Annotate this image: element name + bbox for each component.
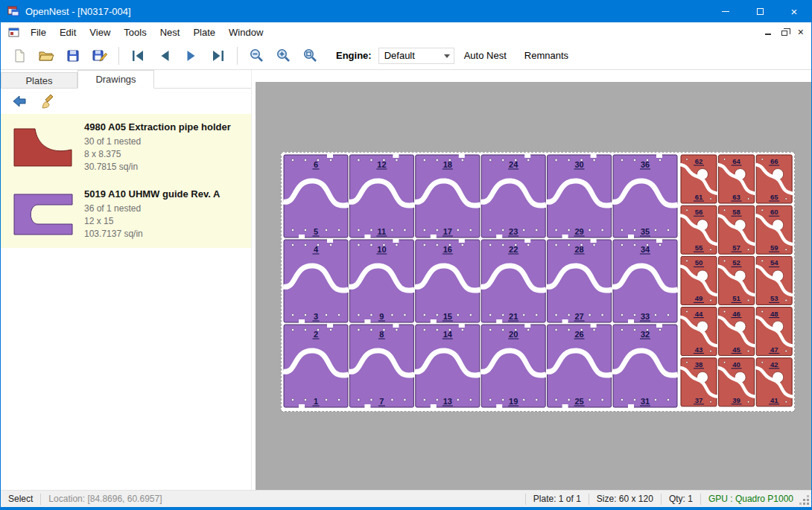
menu-item-nest[interactable]: Nest <box>153 24 187 41</box>
menu-item-view[interactable]: View <box>83 24 117 41</box>
maximize-button[interactable] <box>743 0 777 22</box>
save-button[interactable] <box>60 45 86 67</box>
save-as-button[interactable] <box>87 45 112 67</box>
menu-item-tools[interactable]: Tools <box>117 24 153 41</box>
svg-text:58: 58 <box>732 208 740 216</box>
svg-text:14: 14 <box>443 330 453 339</box>
window-bottom-border <box>1 507 811 510</box>
parts-list: 4980 A05 Extraction pipe holder 30 of 1 … <box>1 114 251 248</box>
svg-text:55: 55 <box>695 243 703 252</box>
svg-text:20: 20 <box>509 330 518 339</box>
zoom-out-button[interactable] <box>244 45 269 67</box>
minimize-button[interactable] <box>708 0 743 22</box>
menu-item-plate[interactable]: Plate <box>186 24 222 41</box>
svg-text:21: 21 <box>509 312 518 321</box>
send-back-button[interactable] <box>8 91 31 112</box>
svg-text:47: 47 <box>770 345 778 354</box>
svg-text:51: 51 <box>732 294 740 302</box>
zoom-in-button[interactable] <box>270 45 296 67</box>
new-button[interactable] <box>7 45 32 67</box>
tab-drawings[interactable]: Drawings <box>77 70 154 89</box>
zoom-out-icon <box>249 48 264 63</box>
svg-text:11: 11 <box>378 227 387 236</box>
svg-text:10: 10 <box>377 245 386 254</box>
nav-prev-button[interactable] <box>152 45 177 67</box>
svg-text:38: 38 <box>695 360 703 369</box>
toolbar: Engine: Default Auto Nest Remnants <box>1 42 811 70</box>
new-file-icon <box>12 48 27 63</box>
document-window-icon[interactable] <box>8 27 20 38</box>
menubar: File Edit View Tools Nest Plate Window × <box>1 22 811 42</box>
canvas-top-margin <box>256 70 811 82</box>
nav-first-button[interactable] <box>125 45 150 67</box>
svg-text:52: 52 <box>732 258 740 267</box>
svg-text:62: 62 <box>695 157 703 165</box>
svg-text:36: 36 <box>641 160 650 169</box>
svg-text:23: 23 <box>509 227 518 236</box>
mdi-minimize-icon <box>765 34 771 35</box>
svg-text:50: 50 <box>695 258 703 267</box>
svg-text:48: 48 <box>770 310 778 318</box>
svg-text:42: 42 <box>770 360 778 369</box>
app-window: OpenNest - [N0317-004] × File Edit View … <box>0 0 812 510</box>
sidebar: Plates Drawings <box>1 70 252 490</box>
svg-text:31: 31 <box>641 397 650 406</box>
status-plate: Plate: 1 of 1 <box>526 491 589 507</box>
menu-item-edit[interactable]: Edit <box>53 24 83 41</box>
part-item[interactable]: 4980 A05 Extraction pipe holder 30 of 1 … <box>1 114 251 181</box>
mdi-restore-button[interactable] <box>781 29 787 36</box>
part-area: 103.7137 sq/in <box>84 228 220 240</box>
svg-text:56: 56 <box>695 208 703 216</box>
svg-text:25: 25 <box>574 397 583 406</box>
clean-button[interactable] <box>37 91 59 112</box>
minimize-icon <box>722 11 729 12</box>
menu-item-file[interactable]: File <box>24 24 53 41</box>
svg-text:65: 65 <box>770 193 778 201</box>
resize-grip[interactable] <box>807 503 809 505</box>
broom-icon <box>39 93 56 109</box>
plate[interactable]: 6512111817242330293635431091615222128273… <box>281 152 795 412</box>
menu-item-window[interactable]: Window <box>222 24 270 41</box>
svg-text:12: 12 <box>377 160 386 169</box>
svg-text:40: 40 <box>732 360 740 369</box>
svg-text:33: 33 <box>641 312 650 321</box>
svg-text:19: 19 <box>509 397 518 406</box>
nest-svg[interactable]: 6512111817242330293635431091615222128273… <box>282 153 794 411</box>
nest-canvas[interactable]: 6512111817242330293635431091615222128273… <box>256 70 811 490</box>
svg-text:32: 32 <box>641 330 650 339</box>
close-button[interactable]: × <box>777 0 811 22</box>
status-size: Size: 60 x 120 <box>589 491 661 507</box>
nav-next-button[interactable] <box>179 45 204 67</box>
svg-text:15: 15 <box>443 312 452 321</box>
tab-plates[interactable]: Plates <box>1 72 77 88</box>
part-title: 5019 A10 UHMW guide Rev. A <box>84 188 220 200</box>
open-button[interactable] <box>34 45 59 67</box>
chevron-down-icon <box>444 54 450 61</box>
svg-text:34: 34 <box>641 245 650 254</box>
remnants-button[interactable]: Remnants <box>516 46 577 66</box>
svg-text:2: 2 <box>314 330 318 339</box>
svg-text:9: 9 <box>379 312 384 321</box>
svg-text:37: 37 <box>695 396 703 404</box>
auto-nest-button[interactable]: Auto Nest <box>456 46 515 66</box>
nav-last-button[interactable] <box>206 45 231 67</box>
svg-text:35: 35 <box>641 227 650 236</box>
engine-select[interactable]: Default <box>378 48 454 64</box>
zoom-fit-button[interactable] <box>297 45 323 67</box>
sidebar-empty-space <box>1 248 251 490</box>
svg-text:60: 60 <box>770 208 778 216</box>
svg-text:66: 66 <box>770 157 778 165</box>
svg-text:53: 53 <box>770 294 778 302</box>
part-thumbnail <box>10 188 78 240</box>
svg-text:59: 59 <box>770 243 778 252</box>
status-location: Location: [84.8696, 60.6957] <box>41 491 169 507</box>
mdi-close-button[interactable]: × <box>798 27 804 37</box>
svg-text:49: 49 <box>695 294 703 302</box>
svg-text:16: 16 <box>443 245 452 254</box>
svg-text:6: 6 <box>314 160 318 169</box>
mdi-minimize-button[interactable] <box>765 29 771 35</box>
engine-selected-value: Default <box>384 50 415 61</box>
part-item[interactable]: 5019 A10 UHMW guide Rev. A 36 of 1 neste… <box>1 181 251 248</box>
status-qty: Qty: 1 <box>662 491 700 507</box>
part-title: 4980 A05 Extraction pipe holder <box>84 121 231 133</box>
